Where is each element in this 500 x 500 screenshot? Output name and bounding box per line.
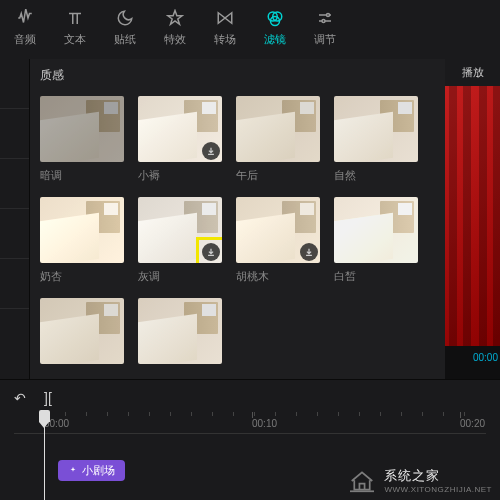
filter-thumbnail[interactable] xyxy=(40,197,124,263)
filter-thumbnail[interactable] xyxy=(236,96,320,162)
filter-label: 午后 xyxy=(236,168,320,183)
watermark-url: WWW.XITONGZHIJIA.NET xyxy=(384,485,492,494)
filter-item xyxy=(40,298,124,370)
ruler-tick: 00:20 xyxy=(460,418,485,429)
split-button[interactable]: ]​[ xyxy=(44,390,52,406)
clip-label: 小剧场 xyxy=(82,463,115,478)
tab-filters[interactable]: 滤镜 xyxy=(250,4,300,51)
filter-item: 灰调 xyxy=(138,197,222,284)
text-icon xyxy=(65,8,85,28)
filter-thumbnail[interactable] xyxy=(138,96,222,162)
download-icon[interactable] xyxy=(202,142,220,160)
preview-time: 00:00 xyxy=(445,346,500,369)
svg-point-4 xyxy=(322,20,325,23)
filter-item: 午后 xyxy=(236,96,320,183)
moon-icon xyxy=(115,8,135,28)
filter-label: 奶杏 xyxy=(40,269,124,284)
left-sidebar xyxy=(0,59,30,379)
playhead[interactable] xyxy=(44,412,45,500)
timeline-ruler[interactable]: 00:00 00:10 00:20 xyxy=(14,412,486,434)
download-icon[interactable] xyxy=(300,243,318,261)
filter-item: 自然 xyxy=(334,96,418,183)
filter-item: 胡桃木 xyxy=(236,197,320,284)
preview-video[interactable] xyxy=(445,86,500,346)
tab-effects[interactable]: 特效 xyxy=(150,4,200,51)
filter-thumbnail[interactable] xyxy=(236,197,320,263)
download-icon[interactable] xyxy=(202,243,220,261)
timeline-controls: ↶ ]​[ xyxy=(0,379,500,412)
filter-label: 自然 xyxy=(334,168,418,183)
main-area: 质感 暗调小褥午后自然奶杏灰调胡桃木白皙 播放 00:00 xyxy=(0,59,500,379)
tab-stickers[interactable]: 贴纸 xyxy=(100,4,150,51)
filter-item xyxy=(138,298,222,370)
waveform-icon xyxy=(15,8,35,28)
tab-text[interactable]: 文本 xyxy=(50,4,100,51)
ruler-tick: 00:10 xyxy=(252,418,277,429)
sliders-icon xyxy=(315,8,335,28)
undo-button[interactable]: ↶ xyxy=(14,390,26,406)
preview-header: 播放 xyxy=(445,59,500,86)
sparkle-icon xyxy=(68,466,78,476)
svg-point-3 xyxy=(327,14,330,17)
bowtie-icon xyxy=(215,8,235,28)
filter-thumbnail[interactable] xyxy=(138,197,222,263)
filter-thumbnail[interactable] xyxy=(40,298,124,364)
watermark: 系统之家 WWW.XITONGZHIJIA.NET xyxy=(348,467,492,494)
section-title: 质感 xyxy=(40,67,435,84)
filter-thumbnail[interactable] xyxy=(138,298,222,364)
venn-icon xyxy=(265,8,285,28)
clip[interactable]: 小剧场 xyxy=(58,460,125,481)
star-icon xyxy=(165,8,185,28)
tab-adjust[interactable]: 调节 xyxy=(300,4,350,51)
watermark-title: 系统之家 xyxy=(384,467,492,485)
filter-item: 小褥 xyxy=(138,96,222,183)
tab-audio[interactable]: 音频 xyxy=(0,4,50,51)
filter-thumbnail[interactable] xyxy=(334,96,418,162)
filter-thumbnail[interactable] xyxy=(40,96,124,162)
house-icon xyxy=(348,469,376,493)
filter-label: 小褥 xyxy=(138,168,222,183)
filter-item: 暗调 xyxy=(40,96,124,183)
filter-label: 胡桃木 xyxy=(236,269,320,284)
filter-panel: 质感 暗调小褥午后自然奶杏灰调胡桃木白皙 xyxy=(30,59,445,379)
category-tabs: 音频 文本 贴纸 特效 转场 滤镜 调节 xyxy=(0,0,500,59)
preview-pane: 播放 00:00 xyxy=(445,59,500,379)
filter-item: 奶杏 xyxy=(40,197,124,284)
filter-thumbnail[interactable] xyxy=(334,197,418,263)
tab-transitions[interactable]: 转场 xyxy=(200,4,250,51)
filter-grid: 暗调小褥午后自然奶杏灰调胡桃木白皙 xyxy=(40,96,435,370)
filter-item: 白皙 xyxy=(334,197,418,284)
filter-label: 暗调 xyxy=(40,168,124,183)
filter-label: 灰调 xyxy=(138,269,222,284)
filter-label: 白皙 xyxy=(334,269,418,284)
track: 小剧场 xyxy=(58,460,125,481)
